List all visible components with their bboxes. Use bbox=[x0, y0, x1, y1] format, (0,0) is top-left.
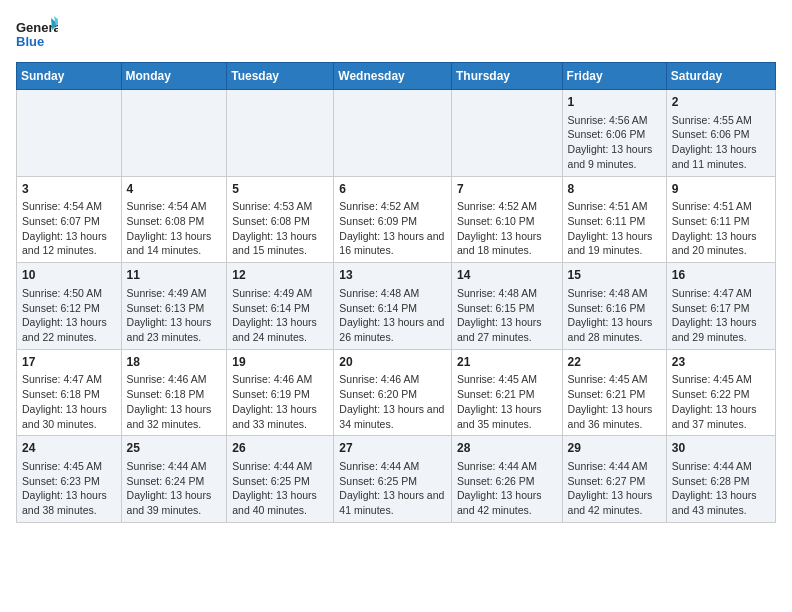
day-number: 11 bbox=[127, 267, 222, 284]
calendar-week-2: 3Sunrise: 4:54 AMSunset: 6:07 PMDaylight… bbox=[17, 176, 776, 263]
calendar-cell: 8Sunrise: 4:51 AMSunset: 6:11 PMDaylight… bbox=[562, 176, 666, 263]
cell-sunset: Sunset: 6:25 PM bbox=[232, 475, 310, 487]
day-number: 23 bbox=[672, 354, 770, 371]
cell-sunset: Sunset: 6:08 PM bbox=[127, 215, 205, 227]
calendar-cell: 5Sunrise: 4:53 AMSunset: 6:08 PMDaylight… bbox=[227, 176, 334, 263]
day-number: 19 bbox=[232, 354, 328, 371]
day-number: 8 bbox=[568, 181, 661, 198]
day-number: 30 bbox=[672, 440, 770, 457]
cell-daylight: Daylight: 13 hours and 37 minutes. bbox=[672, 403, 757, 430]
cell-sunset: Sunset: 6:17 PM bbox=[672, 302, 750, 314]
logo-graphic: General Blue bbox=[16, 16, 58, 54]
calendar-cell: 24Sunrise: 4:45 AMSunset: 6:23 PMDayligh… bbox=[17, 436, 122, 523]
cell-sunrise: Sunrise: 4:54 AM bbox=[22, 200, 102, 212]
cell-sunrise: Sunrise: 4:52 AM bbox=[339, 200, 419, 212]
day-number: 4 bbox=[127, 181, 222, 198]
calendar-cell: 18Sunrise: 4:46 AMSunset: 6:18 PMDayligh… bbox=[121, 349, 227, 436]
cell-sunrise: Sunrise: 4:53 AM bbox=[232, 200, 312, 212]
cell-sunset: Sunset: 6:21 PM bbox=[457, 388, 535, 400]
cell-sunset: Sunset: 6:21 PM bbox=[568, 388, 646, 400]
cell-sunset: Sunset: 6:24 PM bbox=[127, 475, 205, 487]
cell-sunset: Sunset: 6:16 PM bbox=[568, 302, 646, 314]
calendar-cell: 29Sunrise: 4:44 AMSunset: 6:27 PMDayligh… bbox=[562, 436, 666, 523]
cell-sunset: Sunset: 6:07 PM bbox=[22, 215, 100, 227]
logo: General Blue bbox=[16, 16, 58, 54]
cell-daylight: Daylight: 13 hours and 12 minutes. bbox=[22, 230, 107, 257]
calendar-cell: 10Sunrise: 4:50 AMSunset: 6:12 PMDayligh… bbox=[17, 263, 122, 350]
cell-sunrise: Sunrise: 4:44 AM bbox=[568, 460, 648, 472]
calendar-cell: 15Sunrise: 4:48 AMSunset: 6:16 PMDayligh… bbox=[562, 263, 666, 350]
cell-daylight: Daylight: 13 hours and 38 minutes. bbox=[22, 489, 107, 516]
weekday-header-friday: Friday bbox=[562, 63, 666, 90]
day-number: 21 bbox=[457, 354, 557, 371]
cell-sunrise: Sunrise: 4:44 AM bbox=[672, 460, 752, 472]
cell-sunrise: Sunrise: 4:49 AM bbox=[232, 287, 312, 299]
day-number: 17 bbox=[22, 354, 116, 371]
cell-daylight: Daylight: 13 hours and 35 minutes. bbox=[457, 403, 542, 430]
cell-sunset: Sunset: 6:12 PM bbox=[22, 302, 100, 314]
cell-daylight: Daylight: 13 hours and 39 minutes. bbox=[127, 489, 212, 516]
weekday-header-saturday: Saturday bbox=[666, 63, 775, 90]
cell-sunset: Sunset: 6:06 PM bbox=[672, 128, 750, 140]
calendar-cell bbox=[334, 90, 452, 177]
cell-daylight: Daylight: 13 hours and 19 minutes. bbox=[568, 230, 653, 257]
cell-daylight: Daylight: 13 hours and 27 minutes. bbox=[457, 316, 542, 343]
cell-sunrise: Sunrise: 4:45 AM bbox=[672, 373, 752, 385]
cell-sunset: Sunset: 6:14 PM bbox=[339, 302, 417, 314]
cell-sunrise: Sunrise: 4:45 AM bbox=[568, 373, 648, 385]
cell-sunset: Sunset: 6:20 PM bbox=[339, 388, 417, 400]
calendar-cell bbox=[451, 90, 562, 177]
cell-sunset: Sunset: 6:25 PM bbox=[339, 475, 417, 487]
cell-sunrise: Sunrise: 4:54 AM bbox=[127, 200, 207, 212]
cell-daylight: Daylight: 13 hours and 42 minutes. bbox=[457, 489, 542, 516]
cell-sunrise: Sunrise: 4:56 AM bbox=[568, 114, 648, 126]
calendar-cell: 7Sunrise: 4:52 AMSunset: 6:10 PMDaylight… bbox=[451, 176, 562, 263]
cell-sunrise: Sunrise: 4:44 AM bbox=[127, 460, 207, 472]
calendar-cell: 25Sunrise: 4:44 AMSunset: 6:24 PMDayligh… bbox=[121, 436, 227, 523]
cell-sunrise: Sunrise: 4:44 AM bbox=[232, 460, 312, 472]
calendar-cell: 12Sunrise: 4:49 AMSunset: 6:14 PMDayligh… bbox=[227, 263, 334, 350]
weekday-header-wednesday: Wednesday bbox=[334, 63, 452, 90]
day-number: 13 bbox=[339, 267, 446, 284]
cell-sunrise: Sunrise: 4:52 AM bbox=[457, 200, 537, 212]
weekday-header-thursday: Thursday bbox=[451, 63, 562, 90]
day-number: 5 bbox=[232, 181, 328, 198]
cell-sunrise: Sunrise: 4:46 AM bbox=[232, 373, 312, 385]
svg-text:Blue: Blue bbox=[16, 34, 44, 49]
logo-svg: General Blue bbox=[16, 16, 58, 54]
calendar-cell: 1Sunrise: 4:56 AMSunset: 6:06 PMDaylight… bbox=[562, 90, 666, 177]
calendar-week-4: 17Sunrise: 4:47 AMSunset: 6:18 PMDayligh… bbox=[17, 349, 776, 436]
weekday-header-tuesday: Tuesday bbox=[227, 63, 334, 90]
weekday-header-row: SundayMondayTuesdayWednesdayThursdayFrid… bbox=[17, 63, 776, 90]
calendar-cell: 20Sunrise: 4:46 AMSunset: 6:20 PMDayligh… bbox=[334, 349, 452, 436]
calendar-cell bbox=[17, 90, 122, 177]
cell-sunrise: Sunrise: 4:47 AM bbox=[22, 373, 102, 385]
calendar-cell: 17Sunrise: 4:47 AMSunset: 6:18 PMDayligh… bbox=[17, 349, 122, 436]
day-number: 15 bbox=[568, 267, 661, 284]
day-number: 29 bbox=[568, 440, 661, 457]
cell-daylight: Daylight: 13 hours and 30 minutes. bbox=[22, 403, 107, 430]
day-number: 9 bbox=[672, 181, 770, 198]
calendar-cell: 3Sunrise: 4:54 AMSunset: 6:07 PMDaylight… bbox=[17, 176, 122, 263]
calendar-cell: 4Sunrise: 4:54 AMSunset: 6:08 PMDaylight… bbox=[121, 176, 227, 263]
day-number: 27 bbox=[339, 440, 446, 457]
day-number: 14 bbox=[457, 267, 557, 284]
cell-daylight: Daylight: 13 hours and 9 minutes. bbox=[568, 143, 653, 170]
cell-sunset: Sunset: 6:23 PM bbox=[22, 475, 100, 487]
cell-sunset: Sunset: 6:27 PM bbox=[568, 475, 646, 487]
day-number: 28 bbox=[457, 440, 557, 457]
cell-sunset: Sunset: 6:18 PM bbox=[22, 388, 100, 400]
cell-daylight: Daylight: 13 hours and 15 minutes. bbox=[232, 230, 317, 257]
day-number: 22 bbox=[568, 354, 661, 371]
cell-sunset: Sunset: 6:14 PM bbox=[232, 302, 310, 314]
cell-daylight: Daylight: 13 hours and 24 minutes. bbox=[232, 316, 317, 343]
cell-sunset: Sunset: 6:19 PM bbox=[232, 388, 310, 400]
cell-sunrise: Sunrise: 4:51 AM bbox=[672, 200, 752, 212]
cell-sunrise: Sunrise: 4:50 AM bbox=[22, 287, 102, 299]
weekday-header-sunday: Sunday bbox=[17, 63, 122, 90]
calendar-cell: 9Sunrise: 4:51 AMSunset: 6:11 PMDaylight… bbox=[666, 176, 775, 263]
cell-sunrise: Sunrise: 4:47 AM bbox=[672, 287, 752, 299]
cell-daylight: Daylight: 13 hours and 18 minutes. bbox=[457, 230, 542, 257]
calendar-cell: 30Sunrise: 4:44 AMSunset: 6:28 PMDayligh… bbox=[666, 436, 775, 523]
cell-sunrise: Sunrise: 4:45 AM bbox=[457, 373, 537, 385]
